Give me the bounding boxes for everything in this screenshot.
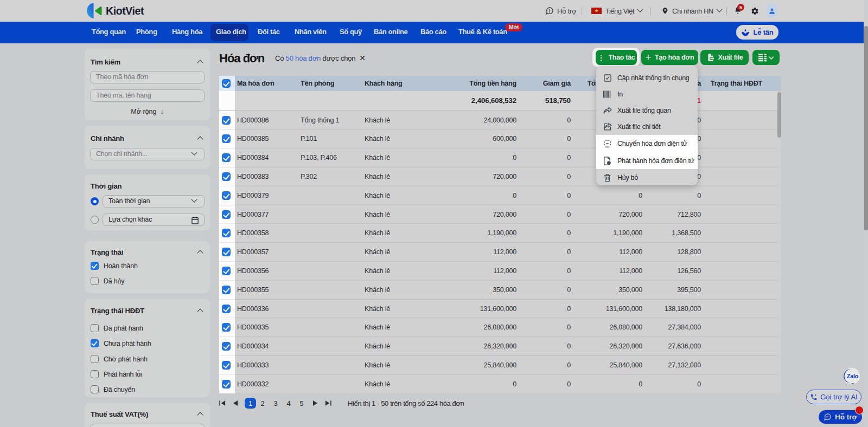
svg-text:Zalo: Zalo: [847, 373, 859, 379]
svg-text:e: e: [608, 161, 610, 164]
